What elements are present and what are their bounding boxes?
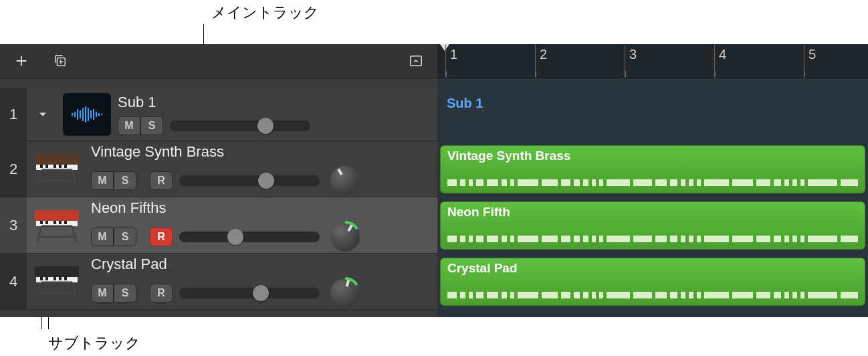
pan-arc-icon [328, 219, 362, 254]
track-name-label: Crystal Pad [91, 256, 432, 273]
track-instrument-icon[interactable] [31, 260, 84, 303]
svg-rect-18 [53, 165, 56, 168]
region-lane[interactable]: Vintage Synth Brass [437, 141, 868, 197]
time-ruler[interactable]: 12345 [437, 44, 868, 78]
volume-slider[interactable] [179, 232, 320, 242]
svg-rect-26 [59, 221, 62, 224]
svg-rect-19 [59, 165, 62, 168]
midi-region[interactable]: Crystal Pad [440, 258, 865, 306]
midi-region[interactable]: Neon Fifth [440, 201, 865, 250]
track-list-toolbar [0, 44, 437, 78]
volume-slider[interactable] [179, 288, 320, 298]
ruler-tick: 5 [804, 44, 816, 78]
svg-rect-21 [35, 210, 79, 221]
region-lane[interactable]: Neon Fifth [437, 197, 868, 254]
ruler-tick: 3 [625, 44, 637, 78]
track-number: 4 [0, 254, 27, 309]
volume-slider[interactable] [170, 120, 310, 131]
svg-rect-20 [64, 165, 67, 168]
sub-track-row[interactable]: 3 Neon Fifths M S R [0, 197, 437, 254]
svg-rect-16 [40, 165, 43, 168]
svg-rect-23 [40, 221, 43, 224]
record-enable-button[interactable]: R [150, 171, 173, 190]
ruler-tick: 4 [714, 44, 726, 78]
disclosure-triangle[interactable] [33, 105, 52, 124]
duplicate-track-button[interactable] [47, 50, 74, 72]
mute-button[interactable]: M [91, 228, 114, 246]
solo-button[interactable]: S [114, 284, 136, 302]
collapse-button[interactable] [403, 50, 429, 72]
main-track-row[interactable]: 1 Sub 1 M S [0, 88, 437, 141]
mute-button[interactable]: M [91, 284, 114, 302]
svg-rect-25 [53, 221, 56, 224]
daw-window: 1 Sub 1 M S [0, 44, 868, 317]
svg-rect-24 [45, 221, 48, 224]
volume-slider[interactable] [179, 175, 320, 186]
pan-knob[interactable] [330, 166, 360, 195]
solo-button[interactable]: S [140, 116, 163, 135]
waveform-icon [70, 105, 104, 124]
keyboard-instrument-icon [32, 150, 83, 189]
track-name-label: Sub 1 [118, 94, 432, 111]
mute-button[interactable]: M [91, 171, 114, 190]
region-name-label: Neon Fifth [447, 205, 858, 219]
midi-notes-preview [447, 281, 858, 298]
svg-rect-34 [64, 277, 67, 280]
track-number: 3 [0, 197, 27, 253]
track-instrument-icon[interactable] [31, 204, 84, 247]
record-enable-button[interactable]: R [150, 284, 173, 302]
solo-button[interactable]: S [114, 228, 136, 246]
track-list-panel: 1 Sub 1 M S [0, 44, 437, 317]
sub-track-row[interactable]: 4 Crystal Pad M S R [0, 254, 437, 310]
chevron-down-icon [36, 108, 49, 121]
record-enable-button[interactable]: R [150, 228, 173, 246]
region-name-label: Crystal Pad [447, 261, 858, 276]
arrange-area[interactable]: 12345 Sub 1 Vintage Synth Brass Neon Fif… [437, 44, 868, 317]
annotation-main-track: メイントラック [211, 3, 319, 23]
svg-rect-28 [35, 266, 79, 277]
midi-region[interactable]: Vintage Synth Brass [440, 145, 865, 193]
track-instrument-icon[interactable] [31, 148, 84, 191]
pan-arc-icon [328, 276, 362, 310]
annotation-sub-track: サブトラック [48, 333, 140, 353]
track-name-label: Vintage Synth Brass [91, 143, 432, 161]
midi-notes-preview [447, 169, 858, 186]
ruler-tick: 2 [535, 44, 547, 78]
collapse-icon [408, 54, 424, 68]
svg-rect-31 [45, 277, 48, 280]
plus-icon [14, 54, 29, 68]
track-number: 2 [0, 141, 27, 197]
svg-rect-32 [53, 277, 56, 280]
keyboard-instrument-icon [32, 206, 83, 245]
track-icon-audio[interactable] [63, 93, 111, 136]
duplicate-icon [53, 54, 68, 68]
region-lane-main[interactable]: Sub 1 [437, 78, 868, 141]
keyboard-instrument-icon [32, 262, 83, 301]
svg-rect-33 [59, 277, 62, 280]
region-name-label: Vintage Synth Brass [447, 149, 858, 163]
mute-button[interactable]: M [118, 116, 140, 135]
solo-button[interactable]: S [114, 171, 136, 190]
track-name-label: Neon Fifths [91, 199, 432, 217]
add-track-button[interactable] [8, 50, 35, 72]
pan-knob[interactable] [330, 222, 360, 252]
svg-rect-14 [35, 154, 79, 165]
track-number: 1 [0, 88, 27, 141]
ruler-tick: 1 [445, 44, 457, 78]
midi-notes-preview [447, 225, 858, 242]
svg-rect-27 [64, 221, 67, 224]
svg-rect-17 [45, 165, 48, 168]
sub-track-row[interactable]: 2 Vintage Synth Brass M S R [0, 141, 437, 197]
pan-knob[interactable] [330, 278, 360, 308]
region-name-label: Sub 1 [447, 96, 483, 111]
svg-rect-30 [40, 277, 43, 280]
region-lane[interactable]: Crystal Pad [437, 254, 868, 310]
track-spacer [0, 78, 437, 88]
